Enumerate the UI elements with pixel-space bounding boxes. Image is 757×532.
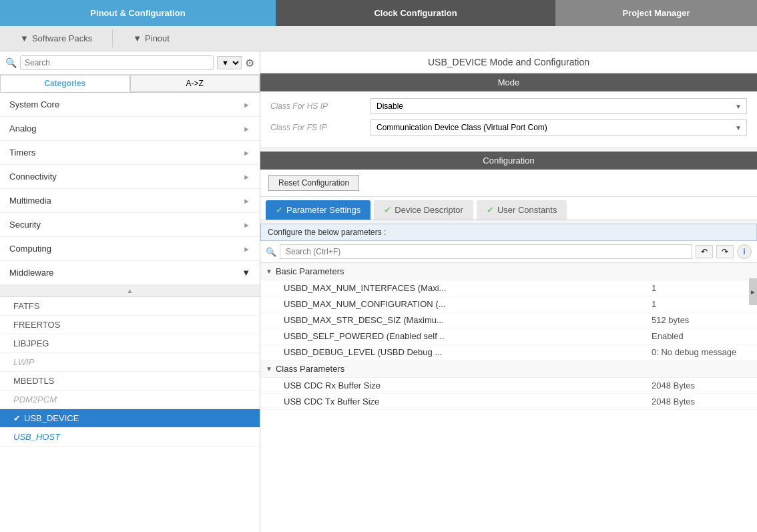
sidebar-item-freertos[interactable]: FREERTOS (0, 316, 260, 334)
param-tree: ▼ Basic Parameters USBD_MAX_NUM_INTERFAC… (260, 263, 757, 532)
chevron-right-icon: ► (243, 221, 250, 229)
param-row: USB CDC Rx Buffer Size 2048 Bytes (260, 378, 757, 394)
param-row: USBD_MAX_NUM_CONFIGURATION (... 1 (260, 296, 757, 312)
project-manager-tab[interactable]: Project Manager (555, 0, 757, 26)
search-icon: 🔍 (5, 57, 17, 68)
sidebar-item-analog[interactable]: Analog ► (0, 117, 260, 141)
param-row: USBD_MAX_STR_DESC_SIZ (Maximu... 512 byt… (260, 312, 757, 328)
search-icon: 🔍 (266, 247, 276, 257)
mode-fs-select-wrap: Communication Device Class (Virtual Port… (370, 119, 747, 136)
tab-user-constants[interactable]: ✔ User Constants (477, 200, 567, 220)
software-packs-btn[interactable]: ▼ Software Packs (0, 26, 112, 51)
panel-scroll-indicator[interactable]: ► (749, 278, 757, 305)
param-search-prev-btn[interactable]: ↶ (696, 245, 713, 258)
mode-fs-label: Class For FS IP (270, 123, 370, 132)
param-search-input[interactable] (280, 244, 692, 259)
info-bar: Configure the below parameters : (260, 224, 757, 241)
sidebar-item-multimedia[interactable]: Multimedia ► (0, 189, 260, 213)
tab-az[interactable]: A->Z (130, 75, 260, 92)
info-button[interactable]: i (737, 244, 752, 259)
sidebar-item-timers[interactable]: Timers ► (0, 141, 260, 165)
sidebar-item-middleware[interactable]: Middleware ▼ (0, 261, 260, 285)
tab-device-descriptor[interactable]: ✔ Device Descriptor (374, 200, 473, 220)
panel-title: USB_DEVICE Mode and Configuration (260, 51, 757, 73)
check-icon: ✔ (384, 205, 391, 215)
param-group-class[interactable]: ▼ Class Parameters (260, 360, 757, 378)
chevron-right-icon: ► (243, 173, 250, 181)
mode-fs-select[interactable]: Communication Device Class (Virtual Port… (370, 119, 747, 136)
sidebar-item-fatfs[interactable]: FATFS (0, 297, 260, 316)
check-icon: ✔ (276, 205, 283, 215)
main-layout: 🔍 ▼ ⚙ Categories A->Z System Core ► Anal… (0, 51, 757, 532)
sidebar-item-mbedtls[interactable]: MBEDTLS (0, 372, 260, 390)
pinout-config-tab[interactable]: Pinout & Configuration (0, 0, 276, 26)
sidebar: 🔍 ▼ ⚙ Categories A->Z System Core ► Anal… (0, 51, 260, 532)
search-dropdown[interactable]: ▼ (217, 56, 242, 69)
sidebar-item-lwip: LWIP (0, 353, 260, 372)
sidebar-item-connectivity[interactable]: Connectivity ► (0, 165, 260, 189)
search-input[interactable] (20, 55, 214, 70)
reset-config-button[interactable]: Reset Configuration (268, 175, 359, 191)
param-search-bar: 🔍 ↶ ↷ i (260, 241, 757, 263)
mode-fs-row: Class For FS IP Communication Device Cla… (270, 119, 747, 136)
sidebar-item-usb-host[interactable]: USB_HOST (0, 428, 260, 447)
sidebar-item-libjpeg[interactable]: LIBJPEG (0, 334, 260, 353)
chevron-down-icon: ▼ (266, 268, 272, 275)
sidebar-item-security[interactable]: Security ► (0, 213, 260, 237)
param-row: USBD_MAX_NUM_INTERFACES (Maxi... 1 (260, 280, 757, 296)
check-icon: ✔ (487, 205, 494, 215)
clock-config-tab[interactable]: Clock Configuration (276, 0, 555, 26)
check-icon: ✔ (13, 413, 21, 423)
sidebar-item-system-core[interactable]: System Core ► (0, 93, 260, 117)
secondary-nav: ▼ Software Packs ▼ Pinout (0, 26, 757, 51)
config-header: Configuration (260, 152, 757, 170)
param-group-basic[interactable]: ▼ Basic Parameters (260, 263, 757, 280)
chevron-right-icon: ► (243, 101, 250, 109)
param-row: USB CDC Tx Buffer Size 2048 Bytes (260, 394, 757, 410)
param-row: USBD_DEBUG_LEVEL (USBD Debug ... 0: No d… (260, 344, 757, 360)
sidebar-item-pdm2pcm: PDM2PCM (0, 390, 260, 409)
chevron-right-icon: ► (243, 197, 250, 205)
chevron-down-icon: ▼ (266, 365, 272, 372)
sidebar-tab-bar: Categories A->Z (0, 75, 260, 93)
sidebar-category-list: System Core ► Analog ► Timers ► Connecti… (0, 93, 260, 532)
sidebar-search-bar: 🔍 ▼ ⚙ (0, 51, 260, 75)
config-toolbar: Reset Configuration (260, 170, 757, 197)
scroll-up-indicator[interactable]: ▲ (0, 285, 260, 297)
chevron-right-icon: ► (243, 125, 250, 133)
mode-header: Mode (260, 73, 757, 91)
mode-content: Class For HS IP Disable Class For FS IP … (260, 91, 757, 148)
param-row: USBD_SELF_POWERED (Enabled self .. Enabl… (260, 328, 757, 344)
mode-hs-select[interactable]: Disable (370, 98, 747, 114)
mode-hs-select-wrap: Disable (370, 98, 747, 114)
param-search-next-btn[interactable]: ↷ (716, 245, 734, 258)
tab-categories[interactable]: Categories (0, 75, 130, 92)
config-tab-bar: ✔ Parameter Settings ✔ Device Descriptor… (260, 197, 757, 220)
mode-hs-row: Class For HS IP Disable (270, 98, 747, 114)
chevron-down-icon: ▼ (242, 268, 250, 278)
tab-parameter-settings[interactable]: ✔ Parameter Settings (266, 200, 370, 220)
sidebar-item-usb-device[interactable]: ✔ USB_DEVICE (0, 409, 260, 428)
pinout-btn[interactable]: ▼ Pinout (113, 26, 190, 51)
chevron-right-icon: ► (243, 149, 250, 157)
top-nav: Pinout & Configuration Clock Configurati… (0, 0, 757, 26)
chevron-right-icon: ► (243, 245, 250, 253)
sidebar-item-computing[interactable]: Computing ► (0, 237, 260, 261)
right-panel: USB_DEVICE Mode and Configuration Mode C… (260, 51, 757, 532)
gear-icon[interactable]: ⚙ (245, 57, 254, 69)
mode-hs-label: Class For HS IP (270, 101, 370, 111)
